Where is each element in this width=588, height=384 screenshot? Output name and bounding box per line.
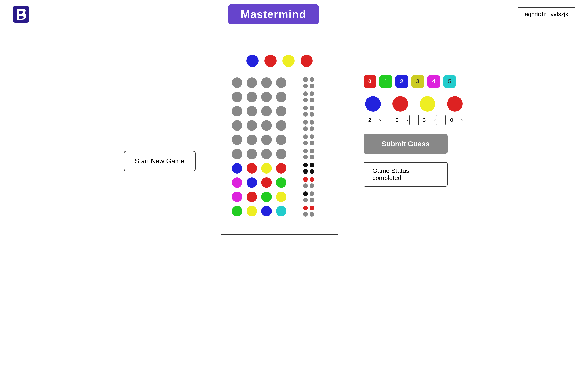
feedback-peg (303, 134, 308, 139)
guess-pegs (232, 134, 299, 145)
game-board (221, 46, 338, 235)
feedback-peg (303, 141, 308, 145)
guess-pegs (232, 92, 299, 102)
guess-peg (276, 134, 286, 145)
guess-peg (276, 77, 286, 88)
guess-peg (247, 163, 257, 173)
submit-guess-button[interactable]: Submit Guess (363, 134, 447, 154)
secret-peg-2 (282, 55, 295, 67)
feedback-pegs (303, 92, 320, 102)
app-header: Mastermind agoric1r...yvfszjk (0, 0, 588, 29)
guess-peg (261, 177, 272, 188)
guess-peg (261, 77, 272, 88)
guess-peg (232, 106, 242, 116)
guess-peg (247, 149, 257, 159)
guess-peg (261, 92, 272, 102)
guess-peg (276, 120, 286, 131)
guess-selector-3: 012345 (445, 96, 464, 125)
feedback-peg (303, 198, 308, 202)
feedback-peg (303, 77, 308, 82)
feedback-peg (303, 212, 308, 216)
guess-peg (232, 163, 242, 173)
secret-code-row (232, 55, 327, 67)
guess-pegs (232, 192, 299, 202)
guess-peg (232, 149, 242, 159)
game-status-box: Game Status: completed (363, 162, 447, 187)
secret-peg-1 (264, 55, 276, 67)
guess-peg (261, 206, 272, 216)
feedback-peg (303, 163, 308, 168)
guess-peg (261, 134, 272, 145)
guess-peg (261, 106, 272, 116)
feedback-peg (303, 92, 308, 96)
guess-peg (232, 192, 242, 202)
guess-rows-area (232, 76, 327, 218)
guess-color-display-2 (420, 96, 435, 112)
start-new-game-button[interactable]: Start New Game (124, 151, 196, 172)
color-index-btn-3[interactable]: 3 (411, 75, 424, 88)
guess-peg (232, 177, 242, 188)
guess-peg (276, 192, 286, 202)
color-index-btn-2[interactable]: 2 (396, 75, 408, 88)
guess-peg (261, 192, 272, 202)
guess-selector-1: 012345 (391, 96, 410, 125)
table-row (232, 90, 327, 104)
app-title: Mastermind (228, 4, 319, 24)
table-row (232, 204, 327, 218)
guess-select-0[interactable]: 201345 (363, 115, 382, 125)
guess-peg (232, 77, 242, 88)
board-divider (312, 101, 313, 235)
feedback-pegs (303, 191, 320, 202)
guess-peg (276, 163, 286, 173)
feedback-peg (303, 98, 308, 102)
table-row (232, 147, 327, 161)
color-index-row: 0 1 2 3 4 5 (363, 75, 456, 88)
color-index-btn-4[interactable]: 4 (427, 75, 440, 88)
color-index-btn-5[interactable]: 5 (443, 75, 456, 88)
guess-peg (261, 163, 272, 173)
table-row (232, 190, 327, 204)
current-guess-selectors: 201345 012345 301245 012345 (363, 96, 464, 125)
guess-peg (232, 206, 242, 216)
guess-color-display-1 (393, 96, 408, 112)
guess-pegs (232, 149, 299, 159)
feedback-peg (303, 120, 308, 125)
secret-peg-3 (300, 55, 313, 67)
feedback-peg (303, 106, 308, 110)
guess-peg (247, 206, 257, 216)
feedback-pegs (303, 106, 320, 117)
guess-peg (247, 106, 257, 116)
guess-selector-2: 301245 (418, 96, 437, 125)
feedback-pegs (303, 163, 320, 174)
guess-peg (261, 149, 272, 159)
color-index-btn-1[interactable]: 1 (379, 75, 392, 88)
guess-peg (232, 92, 242, 102)
guess-pegs (232, 106, 299, 116)
guess-peg (247, 77, 257, 88)
feedback-peg (310, 83, 314, 88)
app-logo (13, 6, 29, 23)
table-row (232, 175, 327, 190)
guess-select-2[interactable]: 301245 (418, 115, 437, 125)
guess-color-display-3 (447, 96, 463, 112)
table-row (232, 118, 327, 133)
feedback-peg (303, 112, 308, 117)
guess-peg (247, 92, 257, 102)
feedback-peg (303, 149, 308, 153)
guess-peg (247, 120, 257, 131)
guess-peg (247, 177, 257, 188)
guess-pegs (232, 163, 299, 173)
feedback-pegs (303, 120, 320, 131)
guess-select-1[interactable]: 012345 (391, 115, 410, 125)
guess-select-3[interactable]: 012345 (445, 115, 464, 125)
wallet-button[interactable]: agoric1r...yvfszjk (518, 7, 575, 21)
guess-peg (276, 106, 286, 116)
guess-peg (276, 149, 286, 159)
secret-peg-0 (246, 55, 258, 67)
color-index-btn-0[interactable]: 0 (363, 75, 376, 88)
guess-peg (276, 177, 286, 188)
guess-peg (276, 92, 286, 102)
feedback-peg (303, 183, 308, 188)
main-content: Start New Game (0, 29, 588, 251)
guess-selector-0: 201345 (363, 96, 382, 125)
